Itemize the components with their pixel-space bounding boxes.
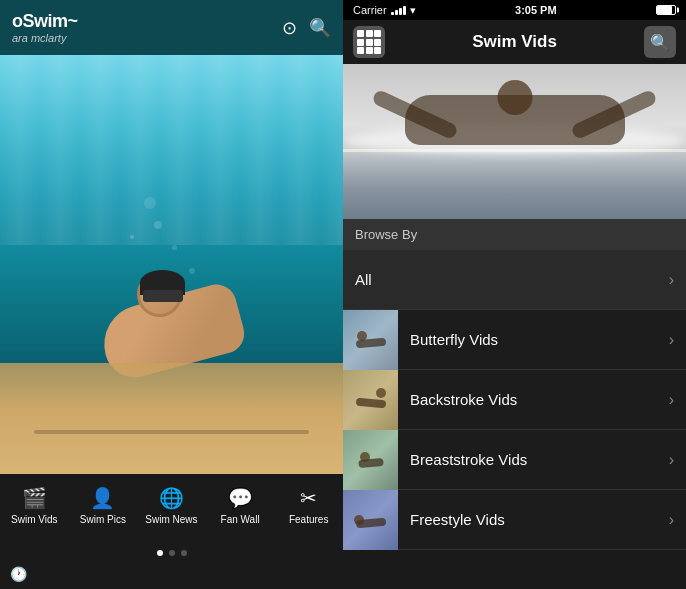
- grid-cell: [357, 47, 364, 54]
- status-bar: Carrier ▾ 3:05 PM: [343, 0, 686, 20]
- tab-features[interactable]: ✂ Features: [274, 482, 343, 529]
- chevron-freestyle: ›: [669, 511, 686, 529]
- browse-by-label: Browse By: [355, 227, 417, 242]
- signal-bar-4: [403, 6, 406, 15]
- tab-swim-pics-label: Swim Pics: [80, 514, 126, 525]
- thumb-head: [354, 515, 364, 525]
- water-line: [343, 149, 686, 152]
- chevron-all: ›: [669, 271, 686, 289]
- list-item-all[interactable]: All ›: [343, 250, 686, 310]
- search-btn-icon: 🔍: [650, 33, 670, 52]
- clock-icon[interactable]: 🕐: [10, 566, 27, 582]
- tab-fan-wall-label: Fan Wall: [221, 514, 260, 525]
- video-list: All › Butterfly Vids › Backstroke Vi: [343, 250, 686, 589]
- butterfly-label: Butterfly Vids: [398, 331, 669, 348]
- right-panel: Carrier ▾ 3:05 PM: [343, 0, 686, 589]
- thumb-head: [357, 331, 367, 341]
- grid-cell: [357, 30, 364, 37]
- chevron-backstroke: ›: [669, 391, 686, 409]
- grid-cell: [366, 30, 373, 37]
- goggles: [143, 290, 183, 302]
- tab-dots: [0, 546, 343, 560]
- bubble: [172, 245, 177, 250]
- signal-bar-2: [395, 10, 398, 15]
- header-icons: ⊙ 🔍: [282, 17, 331, 39]
- app-logo: oSwim~ ara mclarty: [12, 11, 78, 44]
- signal-bar-3: [399, 8, 402, 15]
- search-icon[interactable]: 🔍: [309, 17, 331, 39]
- thumb-breaststroke: [343, 430, 398, 490]
- thumb-head: [360, 452, 370, 462]
- swim-pics-icon: 👤: [90, 486, 115, 510]
- thumb-backstroke: [343, 370, 398, 430]
- list-item-backstroke[interactable]: Backstroke Vids ›: [343, 370, 686, 430]
- freestyle-label: Freestyle Vids: [398, 511, 669, 528]
- thumb-breaststroke-bg: [343, 430, 398, 490]
- battery-icon: [656, 5, 676, 15]
- carrier-label: Carrier: [353, 4, 387, 16]
- tab-fan-wall[interactable]: 💬 Fan Wall: [206, 482, 275, 529]
- signal-bars: [391, 5, 406, 15]
- list-item-butterfly[interactable]: Butterfly Vids ›: [343, 310, 686, 370]
- tab-features-label: Features: [289, 514, 328, 525]
- grid-icon: [357, 30, 381, 54]
- thumb-freestyle-bg: [343, 490, 398, 550]
- grid-button[interactable]: [353, 26, 385, 58]
- tab-swim-news[interactable]: 🌐 Swim News: [137, 482, 206, 529]
- hero-video-thumbnail[interactable]: [343, 64, 686, 219]
- time-display: 3:05 PM: [515, 4, 557, 16]
- swim-vids-icon: 🎬: [22, 486, 47, 510]
- tab-swim-pics[interactable]: 👤 Swim Pics: [69, 482, 138, 529]
- left-panel: oSwim~ ara mclarty ⊙ 🔍: [0, 0, 343, 589]
- grid-cell: [374, 39, 381, 46]
- fan-wall-icon: 💬: [228, 486, 253, 510]
- breaststroke-label: Breaststroke Vids: [398, 451, 669, 468]
- tab-swim-vids[interactable]: 🎬 Swim Vids: [0, 482, 69, 529]
- grid-cell: [366, 39, 373, 46]
- status-left: Carrier ▾: [353, 4, 416, 17]
- backstroke-label: Backstroke Vids: [398, 391, 669, 408]
- swimmer-background: [0, 55, 343, 529]
- lane-line: [34, 430, 308, 434]
- underwater-area: [343, 154, 686, 219]
- search-button[interactable]: 🔍: [644, 26, 676, 58]
- signal-bar-1: [391, 12, 394, 15]
- thumb-freestyle: [343, 490, 398, 550]
- swimmer-head: [137, 272, 182, 317]
- thumb-backstroke-bg: [343, 370, 398, 430]
- left-bottom-bar: 🎬 Swim Vids 👤 Swim Pics 🌐 Swim News 💬 Fa…: [0, 474, 343, 589]
- dot-2: [169, 550, 175, 556]
- tab-swim-vids-label: Swim Vids: [11, 514, 58, 525]
- nav-title: Swim Vids: [472, 32, 557, 52]
- grid-cell: [374, 47, 381, 54]
- battery-fill: [657, 6, 672, 14]
- tab-bar: 🎬 Swim Vids 👤 Swim Pics 🌐 Swim News 💬 Fa…: [0, 474, 343, 546]
- swim-news-icon: 🌐: [159, 486, 184, 510]
- hero-swimmer-image: [343, 64, 686, 219]
- wifi-icon: ▾: [410, 4, 416, 17]
- thumb-butterfly: [343, 310, 398, 370]
- all-label: All: [343, 271, 669, 288]
- right-header: Swim Vids 🔍: [343, 20, 686, 64]
- list-item-freestyle[interactable]: Freestyle Vids ›: [343, 490, 686, 550]
- logo-top: oSwim~: [12, 11, 78, 32]
- logo-sub: ara mclarty: [12, 32, 78, 44]
- thumb-butterfly-bg: [343, 310, 398, 370]
- status-right: [656, 5, 676, 15]
- grid-cell: [374, 30, 381, 37]
- dot-3: [181, 550, 187, 556]
- left-footer: 🕐: [0, 560, 343, 589]
- chevron-butterfly: ›: [669, 331, 686, 349]
- features-icon: ✂: [300, 486, 317, 510]
- grid-cell: [366, 47, 373, 54]
- left-header: oSwim~ ara mclarty ⊙ 🔍: [0, 0, 343, 55]
- browse-by-header: Browse By: [343, 219, 686, 250]
- water-gradient: [0, 55, 343, 529]
- list-item-breaststroke[interactable]: Breaststroke Vids ›: [343, 430, 686, 490]
- grid-cell: [357, 39, 364, 46]
- tab-swim-news-label: Swim News: [145, 514, 197, 525]
- water-overlay: [0, 55, 343, 245]
- thumb-swimmer: [355, 397, 386, 408]
- chevron-breaststroke: ›: [669, 451, 686, 469]
- location-icon[interactable]: ⊙: [282, 17, 297, 39]
